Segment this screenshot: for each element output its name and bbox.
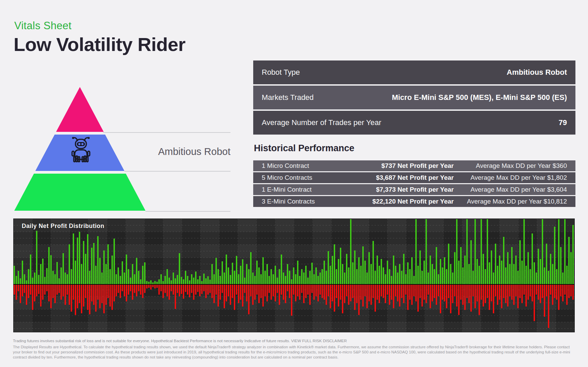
- page-title: Low Volatility Rider: [14, 33, 185, 55]
- pyramid-bottom-tier: [14, 174, 145, 211]
- pyramid-tier-label: Ambitious Robot: [112, 146, 230, 157]
- info-value: Micro E-Mini S&P 500 (MES), E-Mini S&P 5…: [392, 93, 567, 102]
- contracts-label: 5 Micro Contracts: [262, 174, 367, 181]
- robot-icon: [68, 135, 94, 163]
- info-label: Average Number of Trades per Year: [262, 118, 381, 127]
- risk-disclaimer: Trading futures involves substantial ris…: [13, 338, 575, 360]
- contracts-label: 1 E-Mini Contract: [262, 186, 367, 193]
- max-dd-value: Average Max DD per Year $10,812: [454, 198, 567, 205]
- net-profit-value: $3,687 Net Profit per Year: [367, 174, 454, 181]
- perf-row-3-emini: 3 E-Mini Contracts $22,120 Net Profit pe…: [253, 196, 575, 207]
- net-profit-value: $7,373 Net Profit per Year: [367, 186, 454, 193]
- chart-zero-baseline: [14, 284, 574, 285]
- tier-divider-line-bottom: [145, 211, 230, 212]
- info-row-robot-type: Robot Type Ambitious Robot: [253, 60, 575, 84]
- robot-info-table: Robot Type Ambitious Robot Markets Trade…: [253, 60, 575, 136]
- chart-bars: [14, 219, 574, 332]
- chart-title: Daily Net Profit Distribution: [22, 223, 104, 230]
- contracts-label: 3 E-Mini Contracts: [262, 198, 367, 205]
- info-label: Robot Type: [262, 68, 300, 77]
- max-dd-value: Average Max DD per Year $3,604: [454, 186, 567, 193]
- perf-row-1-emini: 1 E-Mini Contract $7,373 Net Profit per …: [253, 184, 575, 195]
- perf-row-5-micro: 5 Micro Contracts $3,687 Net Profit per …: [253, 172, 575, 183]
- net-profit-value: $22,120 Net Profit per Year: [367, 198, 454, 205]
- perf-row-1-micro: 1 Micro Contract $737 Net Profit per Yea…: [253, 160, 575, 171]
- disclaimer-line1-text: Trading futures involves substantial ris…: [13, 339, 291, 343]
- historical-performance-heading: Historical Performance: [254, 143, 354, 154]
- disclaimer-line1: Trading futures involves substantial ris…: [13, 338, 575, 344]
- tier-divider-line-middle: [124, 171, 230, 172]
- info-row-trades-per-year: Average Number of Trades per Year 79: [253, 111, 575, 135]
- info-row-markets-traded: Markets Traded Micro E-Mini S&P 500 (MES…: [253, 86, 575, 109]
- info-value: 79: [559, 118, 567, 127]
- info-value: Ambitious Robot: [507, 68, 567, 77]
- tier-divider-line-top: [103, 132, 230, 133]
- vitals-sheet-page: { "header": { "eyebrow": "Vitals Sheet",…: [0, 0, 588, 367]
- daily-net-profit-chart: Daily Net Profit Distribution: [14, 219, 574, 332]
- disclaimer-body: The Displayed Results are Hypothetical. …: [13, 345, 575, 360]
- pyramid-top-tier: [56, 87, 104, 132]
- max-dd-value: Average Max DD per Year $1,802: [454, 174, 567, 181]
- net-profit-value: $737 Net Profit per Year: [367, 162, 454, 170]
- contracts-label: 1 Micro Contract: [262, 162, 367, 170]
- max-dd-value: Average Max DD per Year $360: [454, 162, 567, 170]
- historical-performance-table: 1 Micro Contract $737 Net Profit per Yea…: [253, 160, 575, 208]
- view-full-risk-disclaimer-link[interactable]: VIEW FULL RISK DISCLAIMER: [291, 339, 347, 343]
- sheet-eyebrow: Vitals Sheet: [14, 20, 71, 32]
- info-label: Markets Traded: [262, 93, 314, 102]
